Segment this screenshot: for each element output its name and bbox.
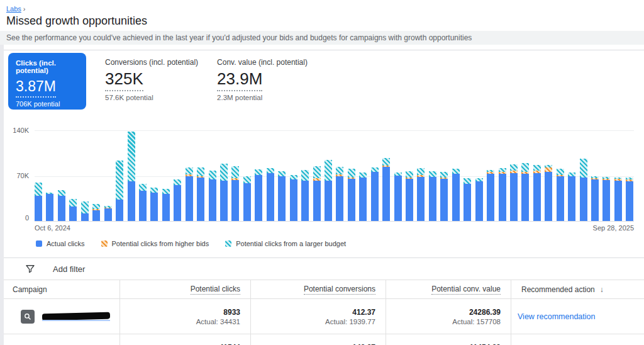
week-bar[interactable] (371, 167, 379, 221)
week-bar[interactable] (580, 159, 587, 221)
week-bar[interactable] (174, 179, 181, 221)
actual-clicks-segment (220, 181, 228, 221)
actual-clicks-segment (417, 177, 425, 221)
week-bar[interactable] (46, 193, 53, 221)
week-bar[interactable] (92, 204, 100, 221)
actual-clicks-segment (278, 176, 286, 221)
metric-card-conv-value[interactable]: Conv. value (incl. potential) 23.9M 2.3M… (217, 53, 308, 101)
campaign-cell[interactable] (0, 299, 119, 334)
add-filter-button[interactable]: Add filter (53, 264, 85, 274)
column-header-potential-clicks: Potential clicks (119, 280, 250, 298)
week-bar[interactable] (394, 172, 402, 221)
week-bar[interactable] (231, 166, 239, 221)
week-bar[interactable] (150, 188, 158, 221)
table-row: 41544 Actual: 18123 142.87 Actual: 1083.… (0, 334, 644, 345)
week-bar[interactable] (290, 175, 297, 221)
week-bar[interactable] (359, 172, 367, 221)
actual-clicks-segment (521, 174, 529, 221)
actual-clicks-segment (464, 184, 471, 221)
actual-clicks-segment (35, 196, 42, 221)
potential-clicks-from-a-larger-budget-segment (301, 170, 309, 181)
x-axis-labels: Oct 6, 2024 Sep 28, 2025 (35, 224, 634, 232)
potential-clicks-from-a-larger-budget-segment (116, 161, 123, 200)
search-campaign-icon (21, 310, 35, 324)
week-bar[interactable] (139, 184, 147, 221)
week-bar[interactable] (417, 168, 425, 221)
week-bar[interactable] (301, 170, 309, 221)
potential-conversions-header-label[interactable]: Potential conversions (304, 285, 375, 295)
week-bar[interactable] (313, 166, 321, 221)
column-header-recommended-action[interactable]: Recommended action ↓ (511, 280, 644, 298)
week-bar[interactable] (186, 167, 193, 221)
week-bar[interactable] (58, 190, 65, 221)
week-bar[interactable] (209, 171, 216, 221)
breadcrumb-labs-link[interactable]: Labs (6, 5, 21, 13)
metric-card-clicks[interactable]: Clicks (incl. potential) 3.87M 706K pote… (8, 53, 86, 110)
week-bar[interactable] (591, 176, 599, 221)
view-recommendation-link[interactable]: View recommendation (518, 312, 595, 321)
sort-descending-icon[interactable]: ↓ (600, 285, 604, 294)
actual-clicks-segment (348, 179, 355, 221)
redacted-campaign-name[interactable] (42, 313, 110, 320)
week-bar[interactable] (545, 165, 552, 221)
potential-clicks-from-a-larger-budget-segment (69, 199, 77, 206)
week-bar[interactable] (162, 189, 170, 221)
potential-clicks-from-a-larger-budget-segment (348, 169, 355, 178)
legend-higher-bids: Potential clicks from higher bids (101, 240, 209, 247)
week-bar[interactable] (69, 199, 77, 221)
actual-value: Actual: 1939.77 (325, 318, 375, 325)
potential-clicks-from-higher-bids-segment (545, 167, 552, 172)
week-bar[interactable] (602, 177, 610, 221)
week-bar[interactable] (35, 183, 42, 221)
week-bar[interactable] (440, 172, 448, 221)
week-bar[interactable] (568, 172, 575, 221)
week-bar[interactable] (475, 178, 483, 221)
campaign-cell[interactable] (0, 334, 119, 345)
bar-series[interactable] (35, 130, 634, 221)
week-bar[interactable] (104, 206, 112, 221)
week-bar[interactable] (278, 171, 286, 221)
metric-value: 3.87M (16, 78, 56, 98)
week-bar[interactable] (429, 171, 436, 221)
week-bar[interactable] (499, 168, 506, 221)
metric-card-conversions[interactable]: Conversions (incl. potential) 325K 57.6K… (105, 53, 198, 101)
actual-clicks-segment (359, 178, 367, 221)
week-bar[interactable] (243, 176, 251, 221)
week-bar[interactable] (81, 201, 89, 221)
potential-clicks-from-a-larger-budget-segment (267, 168, 274, 173)
campaigns-table: Campaign Potential clicks Potential conv… (0, 280, 644, 345)
actual-clicks-segment (267, 173, 274, 221)
week-bar[interactable] (116, 161, 123, 221)
actual-clicks-segment (568, 176, 575, 221)
week-bar[interactable] (382, 158, 390, 221)
actual-clicks-segment (150, 193, 158, 221)
actual-clicks-segment (301, 181, 309, 221)
week-bar[interactable] (325, 160, 332, 221)
actual-clicks-segment (209, 179, 216, 221)
actual-clicks-segment (255, 175, 262, 221)
week-bar[interactable] (533, 165, 541, 221)
week-bar[interactable] (464, 178, 471, 221)
week-bar[interactable] (220, 164, 228, 221)
week-bar[interactable] (267, 168, 274, 221)
week-bar[interactable] (336, 167, 343, 221)
larger-budget-swatch-icon (225, 240, 231, 247)
week-bar[interactable] (128, 132, 135, 221)
week-bar[interactable] (557, 169, 564, 221)
week-bar[interactable] (348, 169, 355, 221)
potential-conv-value-header-label[interactable]: Potential conv. value (431, 285, 501, 295)
week-bar[interactable] (452, 169, 460, 221)
table-row: 8933 Actual: 34431 412.37 Actual: 1939.7… (0, 299, 644, 334)
week-bar[interactable] (406, 171, 413, 221)
week-bar[interactable] (521, 163, 529, 221)
actual-clicks-segment (602, 180, 610, 221)
week-bar[interactable] (487, 170, 494, 221)
week-bar[interactable] (626, 178, 633, 221)
potential-clicks-header-label[interactable]: Potential clicks (191, 285, 240, 295)
filter-funnel-icon[interactable] (25, 264, 35, 274)
metric-potential: 706K potential (16, 100, 79, 108)
week-bar[interactable] (510, 164, 518, 221)
week-bar[interactable] (197, 167, 204, 221)
week-bar[interactable] (614, 178, 622, 221)
week-bar[interactable] (255, 169, 262, 221)
